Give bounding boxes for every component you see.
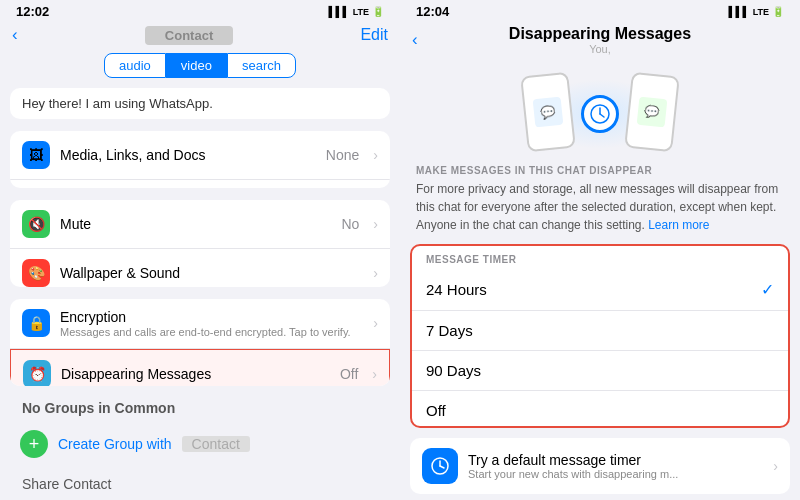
- learn-more-link[interactable]: Learn more: [648, 218, 709, 232]
- lte-label: LTE: [353, 7, 369, 17]
- description-body: For more privacy and storage, all new me…: [416, 182, 778, 232]
- right-time: 12:04: [416, 4, 449, 19]
- tab-search[interactable]: search: [227, 53, 296, 78]
- settings-group-3: 🔒 Encryption Messages and calls are end-…: [10, 299, 390, 386]
- edit-button[interactable]: Edit: [360, 26, 388, 44]
- timer-section: MESSAGE TIMER 24 Hours ✓ 7 Days 90 Days …: [410, 244, 790, 428]
- right-back-button[interactable]: ‹: [412, 30, 418, 50]
- right-lte-label: LTE: [753, 7, 769, 17]
- timer-off-label: Off: [426, 402, 446, 419]
- media-chevron: ›: [373, 147, 378, 163]
- tab-audio[interactable]: audio: [104, 53, 166, 78]
- mute-content: Mute: [60, 216, 331, 232]
- disappearing-row[interactable]: ⏰ Disappearing Messages Off ›: [10, 349, 390, 386]
- right-phone: 💬: [624, 72, 680, 153]
- make-messages-label: MAKE MESSAGES IN THIS CHAT DISAPPEAR: [400, 165, 800, 180]
- disappearing-value: Off: [340, 366, 358, 382]
- right-page-subtitle: You,: [509, 43, 691, 55]
- signal-icon: ▌▌▌: [328, 6, 349, 17]
- share-contact-label: Share Contact: [22, 476, 112, 492]
- mute-chevron: ›: [373, 216, 378, 232]
- wallpaper-content: Wallpaper & Sound: [60, 265, 363, 281]
- encryption-content: Encryption Messages and calls are end-to…: [60, 309, 363, 338]
- tabs-bar: audio video search: [0, 49, 400, 82]
- encryption-title: Encryption: [60, 309, 363, 325]
- create-group-name: Contact: [182, 436, 250, 452]
- timer-90d-label: 90 Days: [426, 362, 481, 379]
- disappearing-title: Disappearing Messages: [61, 366, 330, 382]
- disappearing-icon: ⏰: [23, 360, 51, 386]
- create-group-plus-icon: +: [20, 430, 48, 458]
- svg-line-5: [440, 466, 444, 468]
- battery-icon: 🔋: [372, 6, 384, 17]
- left-back-button[interactable]: ‹: [12, 25, 18, 45]
- description-text: For more privacy and storage, all new me…: [400, 180, 800, 240]
- right-status-bar: 12:04 ▌▌▌ LTE 🔋: [400, 0, 800, 23]
- share-contact-row[interactable]: Share Contact: [0, 468, 400, 500]
- timer-option-off[interactable]: Off: [412, 391, 788, 428]
- wallpaper-icon: 🎨: [22, 259, 50, 286]
- timer-option-7d[interactable]: 7 Days: [412, 311, 788, 351]
- wallpaper-chevron: ›: [373, 265, 378, 281]
- contact-name: Contact: [145, 26, 233, 45]
- mute-row[interactable]: 🔇 Mute No ›: [10, 200, 390, 249]
- default-timer-subtitle: Start your new chats with disappearing m…: [468, 468, 763, 480]
- wallpaper-row[interactable]: 🎨 Wallpaper & Sound ›: [10, 249, 390, 286]
- right-status-icons: ▌▌▌ LTE 🔋: [728, 6, 784, 17]
- right-page-title: Disappearing Messages: [509, 25, 691, 43]
- settings-group-2: 🔇 Mute No › 🎨 Wallpaper & Sound › 📷 Save…: [10, 200, 390, 286]
- encryption-subtitle: Messages and calls are end-to-end encryp…: [60, 326, 363, 338]
- create-group-label: Create Group with: [58, 436, 172, 452]
- encryption-icon: 🔒: [22, 309, 50, 337]
- encryption-row[interactable]: 🔒 Encryption Messages and calls are end-…: [10, 299, 390, 349]
- media-value: None: [326, 147, 359, 163]
- mute-title: Mute: [60, 216, 331, 232]
- default-timer-chevron: ›: [773, 458, 778, 474]
- default-timer-icon: [422, 448, 458, 484]
- disappearing-chevron: ›: [372, 366, 377, 382]
- media-row[interactable]: 🖼 Media, Links, and Docs None ›: [10, 131, 390, 180]
- right-panel: 12:04 ▌▌▌ LTE 🔋 ‹ Disappearing Messages …: [400, 0, 800, 500]
- default-timer-title: Try a default message timer: [468, 452, 763, 468]
- timer-24h-label: 24 Hours: [426, 281, 487, 298]
- disappearing-content: Disappearing Messages: [61, 366, 330, 382]
- right-signal-icon: ▌▌▌: [728, 6, 749, 17]
- timer-label: MESSAGE TIMER: [412, 246, 788, 269]
- timer-24h-check: ✓: [761, 280, 774, 299]
- encryption-chevron: ›: [373, 315, 378, 331]
- media-content: Media, Links, and Docs: [60, 147, 316, 163]
- left-status-bar: 12:02 ▌▌▌ LTE 🔋: [0, 0, 400, 23]
- left-status-icons: ▌▌▌ LTE 🔋: [328, 6, 384, 17]
- starred-row[interactable]: ⭐ Starred Messages None ›: [10, 180, 390, 188]
- settings-group-1: 🖼 Media, Links, and Docs None › ⭐ Starre…: [10, 131, 390, 188]
- create-group-row[interactable]: + Create Group with Contact: [0, 420, 400, 468]
- clock-icon: [581, 95, 619, 133]
- timer-7d-label: 7 Days: [426, 322, 473, 339]
- default-timer-row[interactable]: Try a default message timer Start your n…: [410, 438, 790, 494]
- left-phone: 💬: [520, 72, 576, 153]
- left-panel: 12:02 ▌▌▌ LTE 🔋 ‹ Contact Edit audio vid…: [0, 0, 400, 500]
- timer-option-90d[interactable]: 90 Days: [412, 351, 788, 391]
- mute-value: No: [341, 216, 359, 232]
- default-timer-content: Try a default message timer Start your n…: [468, 452, 763, 480]
- no-groups-label: No Groups in Common: [0, 392, 400, 420]
- right-nav-bar: ‹ Disappearing Messages You,: [400, 23, 800, 59]
- left-nav-bar: ‹ Contact Edit: [0, 23, 400, 49]
- timer-option-24h[interactable]: 24 Hours ✓: [412, 269, 788, 311]
- mute-icon: 🔇: [22, 210, 50, 238]
- hero-illustration: 💬 💬: [400, 59, 800, 165]
- media-title: Media, Links, and Docs: [60, 147, 316, 163]
- media-icon: 🖼: [22, 141, 50, 169]
- tab-video[interactable]: video: [166, 53, 227, 78]
- whatsapp-status: Hey there! I am using WhatsApp.: [10, 88, 390, 119]
- left-time: 12:02: [16, 4, 49, 19]
- wallpaper-title: Wallpaper & Sound: [60, 265, 363, 281]
- right-battery-icon: 🔋: [772, 6, 784, 17]
